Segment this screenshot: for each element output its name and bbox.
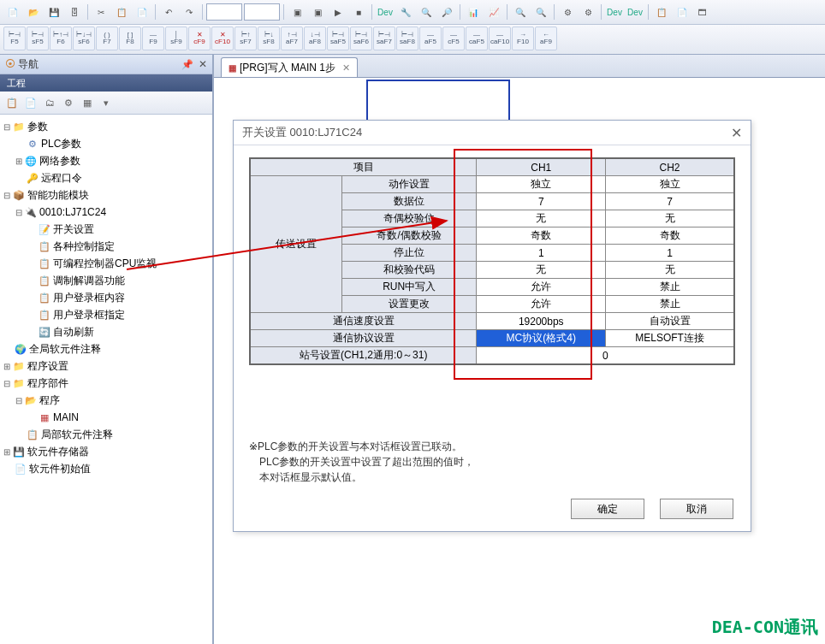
fkey-sf9[interactable]: │sF9: [165, 27, 187, 50]
mon2-icon[interactable]: ▣: [308, 3, 327, 21]
fkey-cf5[interactable]: —cF5: [442, 27, 465, 50]
cell-parity-ch2[interactable]: 无: [606, 210, 734, 227]
t7-icon[interactable]: ⚙: [558, 3, 577, 21]
pin-icon[interactable]: 📌: [181, 59, 193, 70]
t2-icon[interactable]: 🔎: [437, 3, 456, 21]
tree-module-id[interactable]: 0010:LJ71C24: [39, 206, 106, 218]
tree-toggle[interactable]: ⊟: [14, 208, 24, 217]
fkey-f8[interactable]: [ ]F8: [119, 27, 141, 50]
t3-icon[interactable]: 📊: [464, 3, 483, 21]
fkey-f5[interactable]: ⊢⊣F5: [3, 27, 26, 50]
nav-tool-1[interactable]: 📋: [3, 94, 21, 111]
nav-tool-5[interactable]: ▦: [79, 94, 96, 111]
tree-toggle[interactable]: ⊞: [2, 447, 12, 457]
t4-icon[interactable]: 📈: [484, 3, 503, 21]
tab-main[interactable]: ▦ [PRG]写入 MAIN 1步 ✕: [221, 57, 358, 77]
cell-parity-ch1[interactable]: 无: [477, 210, 606, 227]
cell-oddeven-ch2[interactable]: 奇数: [606, 227, 734, 245]
stop-icon[interactable]: ■: [349, 3, 368, 21]
mon-icon[interactable]: ▣: [288, 3, 306, 21]
fkey-sf7[interactable]: ⊢↑sF7: [234, 27, 257, 50]
t11-icon[interactable]: 🗔: [693, 3, 712, 21]
nav-tool-6[interactable]: ▾: [98, 94, 115, 111]
tree-prog-set[interactable]: 程序设置: [27, 359, 68, 374]
tree-smart-module[interactable]: 智能功能模块: [27, 188, 89, 203]
tree-plc-param[interactable]: PLC参数: [41, 137, 81, 151]
t9-icon[interactable]: 📋: [652, 3, 671, 21]
tree-dev-mem[interactable]: 软元件存储器: [27, 445, 89, 459]
dev2-icon[interactable]: Dev: [605, 3, 624, 21]
cell-setchange-ch2[interactable]: 禁止: [606, 296, 734, 313]
cell-stop-ch1[interactable]: 1: [477, 245, 606, 262]
dev3-icon[interactable]: Dev: [626, 3, 644, 21]
tree-program[interactable]: 程序: [39, 393, 60, 408]
paste-icon[interactable]: 📄: [133, 3, 151, 21]
tree-auto-refresh[interactable]: 自动刷新: [53, 325, 94, 340]
tree-prog-parts[interactable]: 程序部件: [27, 376, 68, 391]
fkey-af7[interactable]: ↑⊣aF7: [281, 27, 303, 50]
t6-icon[interactable]: 🔍: [531, 3, 550, 21]
cell-station[interactable]: 0: [477, 347, 734, 365]
tree-login-spec[interactable]: 用户登录框指定: [53, 308, 125, 322]
cell-runwrite-ch1[interactable]: 允许: [477, 279, 606, 296]
cell-sumcheck-ch1[interactable]: 无: [477, 262, 606, 279]
cut-icon[interactable]: ✂: [92, 3, 110, 21]
undo-icon[interactable]: ↶: [159, 3, 178, 21]
tree-toggle[interactable]: ⊟: [2, 191, 12, 200]
tree-remote-pw[interactable]: 远程口令: [41, 171, 82, 186]
cell-databit-ch2[interactable]: 7: [606, 193, 734, 210]
tree-switch-set[interactable]: 开关设置: [53, 222, 94, 237]
tree-ctrl-spec[interactable]: 各种控制指定: [53, 239, 115, 254]
fkey-sf6[interactable]: ⊢↓⊣sF6: [73, 27, 95, 50]
tree-param[interactable]: 参数: [27, 120, 48, 134]
tree-toggle[interactable]: ⊞: [14, 157, 24, 166]
cell-runwrite-ch2[interactable]: 禁止: [606, 279, 734, 296]
cell-protocol-ch1[interactable]: MC协议(格式4): [477, 330, 606, 347]
fkey-sf5[interactable]: ⊢⊣sF5: [27, 27, 49, 50]
dev-icon[interactable]: Dev: [376, 3, 395, 21]
tree-toggle[interactable]: ⊟: [2, 122, 12, 132]
tree-login-content[interactable]: 用户登录框内容: [53, 291, 125, 305]
t5-icon[interactable]: 🔍: [511, 3, 530, 21]
fkey-af8[interactable]: ↓⊣aF8: [304, 27, 326, 50]
t1-icon[interactable]: 🔍: [417, 3, 436, 21]
tab-close-icon[interactable]: ✕: [342, 62, 350, 74]
cell-oddeven-ch1[interactable]: 奇数: [477, 227, 606, 245]
fkey-f10[interactable]: →F10: [512, 27, 534, 50]
tree-net-param[interactable]: 网络参数: [39, 154, 80, 168]
tree-local-comment[interactable]: 局部软元件注释: [41, 428, 113, 442]
fkey-af5[interactable]: —aF5: [419, 27, 442, 50]
new-icon[interactable]: 📄: [3, 3, 22, 21]
t8-icon[interactable]: ⚙: [579, 3, 597, 21]
project-tree[interactable]: ⊟📁参数 ⚙PLC参数 ⊞🌐网络参数 🔑远程口令 ⊟📦智能功能模块 ⊟🔌0010…: [0, 115, 212, 644]
tree-toggle[interactable]: ⊞: [2, 362, 12, 371]
cell-setchange-ch1[interactable]: 允许: [477, 296, 606, 313]
fkey-cf10[interactable]: ✕cF10: [211, 27, 234, 50]
cell-databit-ch1[interactable]: 7: [477, 193, 606, 210]
fkey-f9[interactable]: —F9: [142, 27, 164, 50]
saveall-icon[interactable]: 🗄: [65, 3, 84, 21]
redo-icon[interactable]: ↷: [180, 3, 199, 21]
run-icon[interactable]: ▶: [329, 3, 347, 21]
dbg-icon[interactable]: 🔧: [396, 3, 415, 21]
copy-icon[interactable]: 📋: [112, 3, 131, 21]
tree-dev-init[interactable]: 软元件初始值: [29, 462, 91, 476]
fkey-saf5[interactable]: ⊢⊣saF5: [327, 27, 349, 50]
nav-close-icon[interactable]: ✕: [199, 58, 207, 70]
tree-toggle[interactable]: ⊟: [14, 396, 24, 405]
cell-speed-ch2[interactable]: 自动设置: [606, 313, 734, 330]
cell-speed-ch1[interactable]: 19200bps: [477, 313, 606, 330]
tree-cpu-monitor[interactable]: 可编程控制器CPU监视: [53, 257, 157, 271]
fkey-saf8[interactable]: ⊢⊣saF8: [396, 27, 418, 50]
cell-sumcheck-ch2[interactable]: 无: [606, 262, 734, 279]
open-icon[interactable]: 📂: [24, 3, 43, 21]
cell-action-ch2[interactable]: 独立: [606, 176, 734, 193]
cell-action-ch1[interactable]: 独立: [477, 176, 606, 193]
fkey-f7[interactable]: ( )F7: [96, 27, 118, 50]
fkey-saf6[interactable]: ⊢⊣saF6: [350, 27, 372, 50]
fkey-caf5[interactable]: —caF5: [466, 27, 488, 50]
cell-protocol-ch2[interactable]: MELSOFT连接: [606, 330, 734, 347]
tree-modem[interactable]: 调制解调器功能: [53, 274, 125, 288]
fkey-cf9[interactable]: ✕cF9: [188, 27, 211, 50]
fkey-f6[interactable]: ⊢↑⊣F6: [50, 27, 72, 50]
